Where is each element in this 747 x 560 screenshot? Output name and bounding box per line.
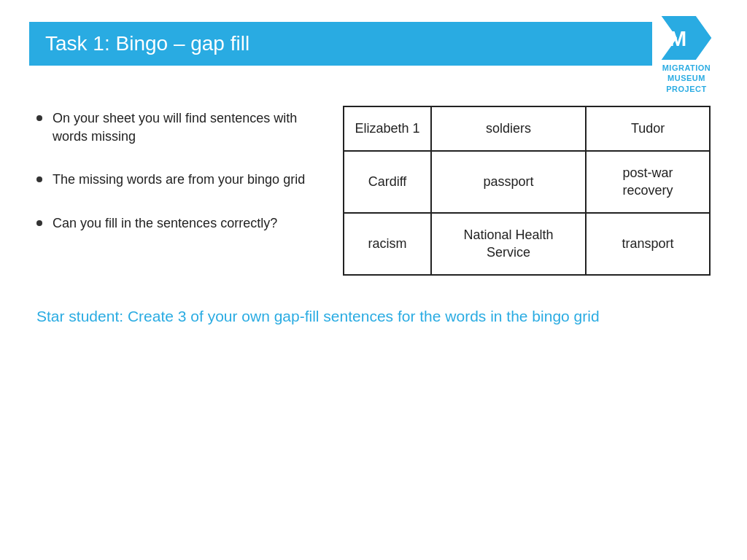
bingo-cell-2-2: transport bbox=[586, 213, 710, 275]
logo-text: MIGRATION MUSEUM PROJECT bbox=[646, 63, 727, 94]
star-student-text: Star student: Create 3 of your own gap-f… bbox=[36, 305, 711, 328]
bingo-grid-wrapper: Elizabeth 1soldiersTudorCardiffpassportp… bbox=[343, 102, 711, 276]
list-item: The missing words are from your bingo gr… bbox=[36, 171, 306, 189]
main-content: On your sheet you will find sentences wi… bbox=[0, 73, 747, 276]
slide: Task 1: Bingo – gap fill M MIGRATION MUS… bbox=[0, 0, 747, 560]
bingo-grid: Elizabeth 1soldiersTudorCardiffpassportp… bbox=[343, 106, 711, 276]
bingo-cell-0-1: soldiers bbox=[431, 106, 586, 151]
bingo-cell-0-2: Tudor bbox=[586, 106, 710, 151]
page-title: Task 1: Bingo – gap fill bbox=[45, 32, 249, 55]
bingo-cell-2-0: racism bbox=[344, 213, 431, 275]
bingo-cell-1-0: Cardiff bbox=[344, 151, 431, 213]
bullet-section: On your sheet you will find sentences wi… bbox=[36, 102, 306, 276]
bingo-cell-0-0: Elizabeth 1 bbox=[344, 106, 431, 151]
bullet-text-3: Can you fill in the sentences correctly? bbox=[53, 214, 277, 233]
svg-text:M: M bbox=[669, 27, 686, 50]
table-row: racismNational Health Servicetransport bbox=[344, 213, 710, 275]
table-row: Elizabeth 1soldiersTudor bbox=[344, 106, 710, 151]
bullet-dot bbox=[36, 220, 42, 226]
bullet-dot bbox=[36, 115, 42, 121]
bullet-text-2: The missing words are from your bingo gr… bbox=[53, 171, 305, 189]
list-item: On your sheet you will find sentences wi… bbox=[36, 109, 306, 146]
bullet-dot bbox=[36, 176, 42, 182]
bullet-text-1: On your sheet you will find sentences wi… bbox=[53, 109, 306, 146]
table-row: Cardiffpassportpost-war recovery bbox=[344, 151, 710, 213]
bingo-cell-1-1: passport bbox=[431, 151, 586, 213]
list-item: Can you fill in the sentences correctly? bbox=[36, 214, 306, 233]
header-bar: Task 1: Bingo – gap fill bbox=[29, 22, 652, 66]
migration-museum-logo-icon: M bbox=[661, 16, 712, 60]
logo: M MIGRATION MUSEUM PROJECT bbox=[646, 16, 727, 94]
star-section: Star student: Create 3 of your own gap-f… bbox=[0, 276, 747, 328]
bingo-cell-1-2: post-war recovery bbox=[586, 151, 710, 213]
bingo-cell-2-1: National Health Service bbox=[431, 213, 586, 275]
